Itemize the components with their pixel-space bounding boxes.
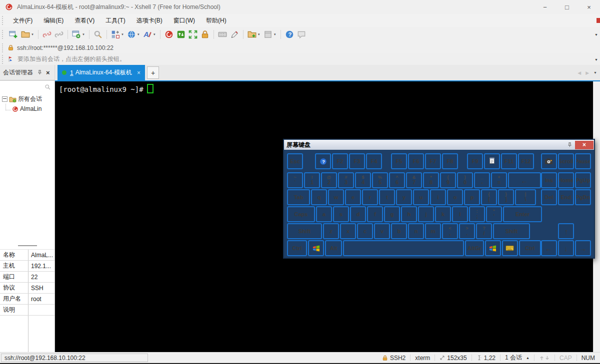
new-tab-button[interactable]: + <box>147 66 159 79</box>
menu-item-3[interactable]: 工具(T) <box>100 16 130 25</box>
osk-key-f10-menu[interactable] <box>484 153 500 169</box>
osk-key-F4[interactable]: F4 <box>366 153 382 169</box>
menu-item-2[interactable]: 查看(V) <box>69 16 100 25</box>
osk-key-PgUp[interactable]: PgUp <box>575 172 591 188</box>
xshell-button[interactable] <box>163 28 175 40</box>
tree-node-all-sessions[interactable]: 所有会话 <box>2 94 54 104</box>
close-button[interactable]: × <box>578 0 600 14</box>
tree-root-label[interactable]: 所有会话 <box>18 95 42 103</box>
minimize-button[interactable]: − <box>534 0 556 14</box>
osk-key-\[interactable]: |\ <box>515 189 536 205</box>
osk-key-2[interactable]: @2 <box>321 172 337 188</box>
osk-key-Esc[interactable]: Esc <box>287 153 303 169</box>
osk-key-;[interactable]: :; <box>469 206 485 222</box>
tab-almalinux[interactable]: 1 AlmaLinux-64-模板机 × <box>58 65 145 80</box>
osk-key--[interactable]: _- <box>474 172 490 188</box>
osk-key-j[interactable]: j <box>418 206 434 222</box>
osk-key-v[interactable]: v <box>374 223 390 239</box>
property-row[interactable]: 用户名root <box>0 294 54 305</box>
find-button[interactable] <box>92 28 104 40</box>
osk-key-q[interactable]: q <box>311 189 327 205</box>
osk-key-Home[interactable]: Home <box>558 172 574 188</box>
osk-key-/[interactable]: ?/ <box>476 223 492 239</box>
osk-key-z[interactable]: z <box>323 223 339 239</box>
osk-key-win[interactable] <box>485 240 501 256</box>
osk-key-Shift[interactable]: Shift <box>493 223 530 239</box>
osk-key-8[interactable]: *8 <box>423 172 439 188</box>
dropdown-arrow-icon[interactable]: ▼ <box>31 33 34 36</box>
osk-key-9[interactable]: (9 <box>440 172 456 188</box>
osk-key-Ins[interactable]: Ins <box>541 172 557 188</box>
session-properties-button[interactable]: ▼ <box>70 28 86 40</box>
osk-key-PgDn[interactable]: PgDn <box>575 189 591 205</box>
property-row[interactable]: 协议SSH <box>0 283 54 294</box>
osk-key-Del[interactable]: Del <box>541 189 557 205</box>
osk-key-help[interactable]: ? <box>315 153 331 169</box>
compose-button[interactable] <box>228 28 240 40</box>
osk-key-,[interactable]: <, <box>442 223 458 239</box>
tab-scroll-right-icon[interactable]: ▶ <box>586 70 589 75</box>
osk-key-Shift[interactable]: Shift <box>287 223 322 239</box>
lock-screen-button[interactable] <box>199 28 211 40</box>
property-row[interactable]: 说明 <box>0 305 54 316</box>
osk-key-'[interactable]: "' <box>486 206 502 222</box>
tab-scroll-left-icon[interactable]: ◀ <box>578 70 581 75</box>
osk-key-←[interactable]: ← <box>541 240 557 256</box>
osk-key-b[interactable]: b <box>391 223 407 239</box>
dropdown-arrow-icon[interactable]: ▼ <box>137 33 140 36</box>
encoding-globe-button[interactable]: ▼ <box>126 28 142 40</box>
osk-key-o[interactable]: o <box>447 189 463 205</box>
dropdown-arrow-icon[interactable]: ▼ <box>274 33 276 36</box>
osk-key-backspace[interactable]: ← <box>508 172 541 188</box>
osk-key-F5[interactable]: F5 <box>391 153 407 169</box>
session-list-caret-icon[interactable]: ▲ <box>526 356 530 360</box>
osk-key-k[interactable]: k <box>435 206 451 222</box>
osk-key-F6[interactable]: F6 <box>408 153 424 169</box>
osk-key-F2[interactable]: F2 <box>332 153 348 169</box>
menu-item-0[interactable]: 文件(F) <box>8 16 38 25</box>
property-row[interactable]: 主机192.1... <box>0 261 54 272</box>
xftp-button[interactable] <box>175 28 187 40</box>
toolbar-overflow-icon[interactable]: ▼ <box>594 33 598 36</box>
osk-key-s[interactable]: s <box>333 206 349 222</box>
osk-key-F11[interactable]: F11 <box>501 153 517 169</box>
osk-key-6[interactable]: ^6 <box>389 172 405 188</box>
osk-key-printscreen[interactable] <box>541 153 557 169</box>
infobar-overflow-icon[interactable]: ▼ <box>594 57 598 61</box>
osk-key-[[interactable]: {[ <box>481 189 497 205</box>
osk-key-r[interactable]: r <box>362 189 378 205</box>
tree-child-label[interactable]: AlmaLin <box>20 105 42 112</box>
help-button[interactable]: ? <box>284 28 296 40</box>
osk-key-w[interactable]: w <box>328 189 344 205</box>
osk-key-l[interactable]: l <box>452 206 468 222</box>
osk-key-u[interactable]: u <box>413 189 429 205</box>
tree-collapse-icon[interactable] <box>2 96 8 102</box>
osk-title-bar[interactable]: 屏幕键盘 × <box>284 140 594 150</box>
osk-key-↓[interactable]: ↓ <box>558 240 574 256</box>
osk-key-y[interactable]: y <box>396 189 412 205</box>
osk-key-c[interactable]: c <box>357 223 373 239</box>
panel-splitter[interactable] <box>0 242 54 249</box>
osk-key-F7[interactable]: F7 <box>425 153 441 169</box>
osk-key-Alt[interactable]: Alt <box>325 240 342 256</box>
osk-key-d[interactable]: d <box>350 206 366 222</box>
dropdown-arrow-icon[interactable]: ▼ <box>82 33 85 36</box>
osk-key-space[interactable] <box>343 240 464 256</box>
osk-key-t[interactable]: t <box>379 189 395 205</box>
osk-key-n[interactable]: n <box>408 223 424 239</box>
osk-key-Enter[interactable]: Enter <box>503 206 542 222</box>
osk-key-menu-key[interactable] <box>502 240 518 256</box>
tab-layout-button[interactable]: ▼ <box>110 28 126 40</box>
tree-node-almalinux[interactable]: AlmaLin <box>6 104 54 114</box>
osk-key-AltGr[interactable]: AltGr <box>465 240 484 256</box>
font-button[interactable]: A▼ <box>142 28 158 40</box>
osk-key-End[interactable]: End <box>558 189 574 205</box>
property-row[interactable]: 端口22 <box>0 272 54 283</box>
new-folder-button[interactable]: ▼ <box>246 28 262 40</box>
fullscreen-button[interactable] <box>187 28 199 40</box>
osk-key-m[interactable]: m <box>425 223 441 239</box>
menu-item-6[interactable]: 帮助(H) <box>200 16 232 25</box>
osk-key-F3[interactable]: F3 <box>349 153 365 169</box>
osk-key-F8[interactable]: F8 <box>442 153 458 169</box>
osk-key-5[interactable]: %5 <box>372 172 388 188</box>
